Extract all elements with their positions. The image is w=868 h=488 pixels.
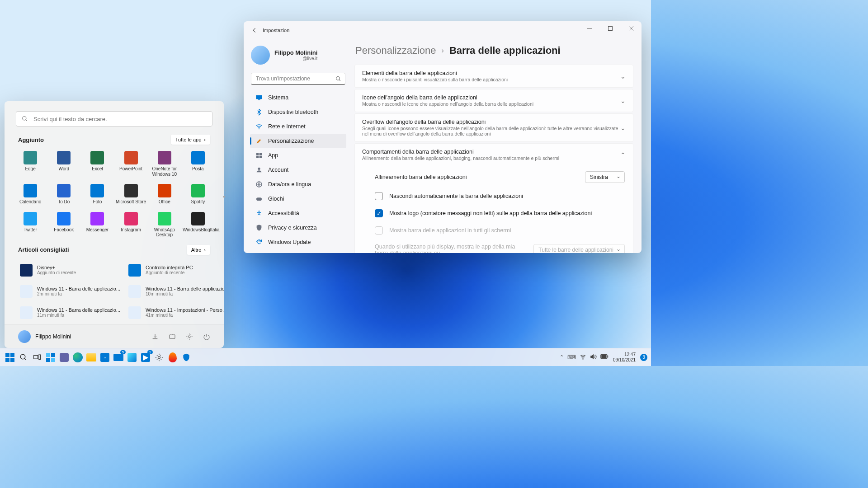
nav-item-app[interactable]: App bbox=[250, 148, 346, 163]
svg-point-0 bbox=[23, 117, 26, 120]
app-tile[interactable]: Spotify bbox=[181, 181, 215, 207]
wifi-icon[interactable] bbox=[580, 353, 586, 361]
close-button[interactable] bbox=[621, 21, 642, 36]
app-label: Spotify bbox=[191, 199, 205, 205]
recommended-item[interactable]: Disney+Aggiunto di recente bbox=[18, 261, 122, 280]
recommended-item[interactable]: Windows 11 - Barra delle applicazio...11… bbox=[18, 303, 122, 322]
recommended-item[interactable]: Controllo integrità PCAggiunto di recent… bbox=[127, 261, 224, 280]
nav-item-privacy-e-sicurezza[interactable]: Privacy e sicurezza bbox=[250, 221, 346, 235]
task-view-button[interactable] bbox=[31, 351, 43, 364]
nav-icon bbox=[255, 224, 263, 231]
recommended-item[interactable]: Windows 11 - Impostazioni - Perso...41m … bbox=[127, 303, 224, 322]
mail-button[interactable]: 5 bbox=[112, 351, 125, 364]
minimize-button[interactable] bbox=[579, 21, 600, 36]
app-tile[interactable]: Messenger bbox=[80, 209, 114, 240]
breadcrumb-parent[interactable]: Personalizzazione bbox=[355, 45, 436, 56]
app-tile[interactable]: Excel bbox=[80, 148, 114, 179]
app-label: Instagram bbox=[121, 227, 141, 233]
downloads-icon[interactable] bbox=[151, 333, 159, 340]
search-button[interactable] bbox=[17, 351, 30, 364]
app-tile[interactable]: Word bbox=[47, 148, 80, 179]
volume-icon[interactable] bbox=[590, 353, 597, 361]
system-tray[interactable]: ⌃ ⌨ bbox=[560, 353, 609, 361]
auto-hide-checkbox[interactable] bbox=[375, 192, 383, 200]
photos-button[interactable] bbox=[126, 351, 138, 364]
movies-button[interactable]: ▶1 bbox=[139, 351, 152, 364]
nav-icon bbox=[255, 137, 263, 145]
start-search[interactable]: Scrivi qui il testo da cercare. bbox=[16, 111, 212, 127]
recommended-sub: 41m minuti fa bbox=[146, 313, 224, 318]
setting-card[interactable]: Icone dell'angolo della barra delle appl… bbox=[354, 89, 633, 112]
edge-button[interactable] bbox=[71, 351, 84, 364]
teams-button[interactable] bbox=[58, 351, 71, 364]
sidebar-user-mail: @live.it bbox=[274, 56, 317, 61]
maximize-button[interactable] bbox=[600, 21, 621, 36]
app-tile[interactable]: PowerPoint bbox=[114, 148, 147, 179]
start-user-button[interactable]: Filippo Molinini bbox=[18, 330, 71, 343]
explorer-button[interactable] bbox=[85, 351, 98, 364]
widgets-button[interactable] bbox=[44, 351, 57, 364]
app-tile[interactable]: Microsoft Store bbox=[114, 181, 147, 207]
svg-rect-29 bbox=[51, 353, 55, 357]
taskbar-clock[interactable]: 12:47 09/10/2021 bbox=[613, 352, 636, 363]
settings-search[interactable]: Trova un'impostazione bbox=[251, 73, 345, 85]
app-label: Office bbox=[159, 199, 170, 205]
app-tile[interactable]: To Do bbox=[47, 181, 80, 207]
app-tile[interactable]: WhatsApp Desktop bbox=[148, 209, 181, 240]
recommended-more-button[interactable]: Altro › bbox=[187, 245, 210, 255]
nav-item-rete-e-internet[interactable]: Rete e Internet bbox=[250, 119, 346, 134]
power-icon[interactable] bbox=[203, 333, 210, 340]
keyboard-icon[interactable]: ⌨ bbox=[567, 354, 576, 361]
security-button[interactable] bbox=[180, 351, 193, 364]
taskbar-left: ▫ 5 ▶1 bbox=[4, 351, 193, 364]
store-button[interactable]: ▫ bbox=[99, 351, 111, 364]
nav-item-dispositivi-bluetooth[interactable]: Dispositivi bluetooth bbox=[250, 105, 346, 119]
app-tile[interactable]: Posta bbox=[181, 148, 215, 179]
pinned-header: Aggiunto bbox=[18, 136, 44, 143]
recommended-title: Windows 11 - Impostazioni - Perso... bbox=[146, 307, 224, 313]
svg-rect-10 bbox=[258, 99, 260, 100]
recommended-icon bbox=[128, 264, 141, 277]
sidebar-user[interactable]: Filippo Molinini @live.it bbox=[250, 43, 346, 71]
nav-item-windows-update[interactable]: Windows Update bbox=[250, 235, 346, 249]
settings-button[interactable] bbox=[153, 351, 165, 364]
nav-item-sistema[interactable]: Sistema bbox=[250, 90, 346, 105]
app-tile[interactable]: Instagram bbox=[114, 209, 147, 240]
card-subtitle: Scegli quali icone possono essere visual… bbox=[362, 126, 620, 136]
app-tile[interactable]: Twitter bbox=[14, 209, 47, 240]
nav-item-giochi[interactable]: Giochi bbox=[250, 192, 346, 206]
recommended-item[interactable]: Windows 11 - Barra delle applicazio...10… bbox=[127, 282, 224, 300]
setting-card[interactable]: Elementi della barra delle applicazioniM… bbox=[354, 65, 633, 88]
nav-item-personalizzazione[interactable]: Personalizzazione bbox=[250, 134, 346, 148]
settings-sidebar: Filippo Molinini @live.it Trova un'impos… bbox=[244, 39, 350, 253]
setting-card[interactable]: Overflow dell'angolo della barra delle a… bbox=[354, 113, 633, 142]
app-tile[interactable]: Foto bbox=[80, 181, 114, 207]
badges-row[interactable]: ✓ Mostra logo (contatore messaggi non le… bbox=[355, 205, 633, 222]
svg-rect-20 bbox=[5, 353, 9, 357]
app-icon bbox=[24, 151, 37, 164]
back-button[interactable] bbox=[247, 23, 262, 38]
app-tile[interactable]: WindowsBlogItalia bbox=[181, 209, 215, 240]
chevron-up-icon[interactable]: ⌃ bbox=[560, 354, 564, 360]
paint-button[interactable] bbox=[166, 351, 179, 364]
setting-card[interactable]: Comportamenti della barra delle applicaz… bbox=[354, 143, 633, 166]
alignment-select[interactable]: Sinistra bbox=[585, 171, 625, 183]
notification-count[interactable]: 3 bbox=[640, 354, 647, 361]
auto-hide-row[interactable]: Nascondi automaticamente la barra delle … bbox=[355, 188, 633, 205]
app-tile[interactable]: Edge bbox=[14, 148, 47, 179]
recommended-item[interactable]: Windows 11 - Barra delle applicazio...2m… bbox=[18, 282, 122, 300]
app-tile[interactable]: Facebook bbox=[47, 209, 80, 240]
nav-item-data-ora-e-lingua[interactable]: Data/ora e lingua bbox=[250, 177, 346, 192]
settings-icon[interactable] bbox=[186, 333, 193, 340]
app-tile[interactable]: Calendario bbox=[14, 181, 47, 207]
nav-item-accessibilit-[interactable]: Accessibilità bbox=[250, 206, 346, 221]
start-button[interactable] bbox=[4, 351, 16, 364]
badges-checkbox[interactable]: ✓ bbox=[375, 209, 383, 217]
app-tile[interactable]: Office bbox=[148, 181, 181, 207]
svg-rect-22 bbox=[5, 358, 9, 362]
all-apps-button[interactable]: Tutte le app › bbox=[171, 135, 210, 145]
app-tile[interactable]: OneNote for Windows 10 bbox=[148, 148, 181, 179]
nav-item-account[interactable]: Account bbox=[250, 163, 346, 177]
battery-icon[interactable] bbox=[600, 354, 609, 361]
documents-icon[interactable] bbox=[169, 333, 176, 340]
